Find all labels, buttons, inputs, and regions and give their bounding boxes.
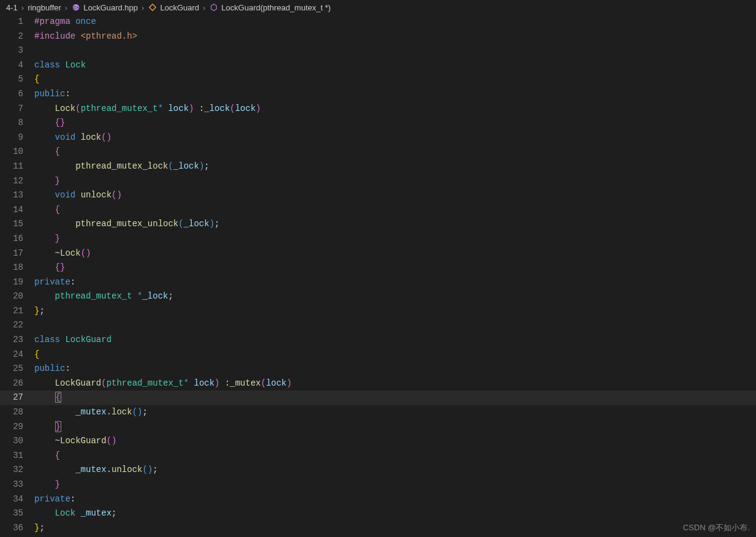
breadcrumb-item-file[interactable]: C+ LockGuard.hpp	[71, 2, 138, 12]
code-line[interactable]: 21};	[0, 304, 756, 319]
code-line[interactable]: 29 }	[0, 420, 756, 435]
line-number: 22	[0, 318, 34, 333]
code-line[interactable]: 31 {	[0, 449, 756, 463]
code-content[interactable]: #pragma once	[34, 15, 756, 29]
code-line[interactable]: 35 Lock _mutex;	[0, 506, 756, 521]
code-line[interactable]: 26 LockGuard(pthread_mutex_t* lock) :_mu…	[0, 376, 756, 391]
code-content[interactable]: {	[34, 203, 756, 218]
breadcrumb-item-class[interactable]: LockGuard	[148, 2, 199, 12]
code-line[interactable]: 20 pthread_mutex_t *_lock;	[0, 289, 756, 304]
breadcrumb[interactable]: 4-1 › ringbuffer › C+ LockGuard.hpp › Lo…	[0, 0, 756, 15]
code-line[interactable]: 7 Lock(pthread_mutex_t* lock) :_lock(loc…	[0, 102, 756, 116]
breadcrumb-item-method[interactable]: LockGuard(pthread_mutex_t *)	[209, 2, 330, 12]
code-line[interactable]: 22	[0, 318, 756, 333]
code-content[interactable]: public:	[34, 362, 756, 376]
code-line[interactable]: 28 _mutex.lock();	[0, 405, 756, 420]
code-content[interactable]: Lock(pthread_mutex_t* lock) :_lock(lock)	[34, 102, 756, 116]
code-content[interactable]: };	[34, 304, 756, 319]
line-number: 9	[0, 131, 34, 145]
line-number: 33	[0, 478, 34, 492]
code-line[interactable]: 1#pragma once	[0, 15, 756, 29]
code-line[interactable]: 17 ~Lock()	[0, 246, 756, 261]
code-content[interactable]: }	[34, 420, 756, 435]
code-line[interactable]: 4class Lock	[0, 58, 756, 73]
code-content[interactable]: ~Lock()	[34, 246, 756, 261]
breadcrumb-item-folder[interactable]: ringbuffer	[28, 3, 61, 12]
code-content[interactable]: _mutex.lock();	[34, 405, 756, 420]
code-content[interactable]: _mutex.unlock();	[34, 463, 756, 478]
code-line[interactable]: 15 pthread_mutex_unlock(_lock);	[0, 217, 756, 232]
line-number: 34	[0, 492, 34, 507]
code-content[interactable]: }	[34, 174, 756, 189]
code-content[interactable]: pthread_mutex_unlock(_lock);	[34, 217, 756, 232]
code-line[interactable]: 34private:	[0, 492, 756, 507]
line-number: 27	[0, 390, 34, 405]
code-line[interactable]: 2#include <pthread.h>	[0, 29, 756, 44]
code-content[interactable]: Lock _mutex;	[34, 506, 756, 521]
line-number: 5	[0, 72, 34, 87]
breadcrumb-item-folder[interactable]: 4-1	[6, 3, 18, 12]
code-line[interactable]: 13 void unlock()	[0, 188, 756, 203]
code-line[interactable]: 25public:	[0, 362, 756, 376]
code-line[interactable]: 16 }	[0, 232, 756, 246]
code-line[interactable]: 14 {	[0, 203, 756, 218]
line-number: 6	[0, 87, 34, 102]
code-content[interactable]: {}	[34, 261, 756, 275]
code-line[interactable]: 36};	[0, 521, 756, 536]
code-content[interactable]: }	[34, 478, 756, 492]
code-line[interactable]: 27 {	[0, 390, 756, 405]
code-content[interactable]: {	[34, 390, 756, 405]
line-number: 25	[0, 362, 34, 376]
line-number: 26	[0, 376, 34, 391]
code-line[interactable]: 6public:	[0, 87, 756, 102]
code-content[interactable]: void lock()	[34, 131, 756, 145]
code-line[interactable]: 19private:	[0, 275, 756, 290]
line-number: 36	[0, 521, 34, 536]
code-line[interactable]: 9 void lock()	[0, 131, 756, 145]
code-content[interactable]: ~LockGuard()	[34, 434, 756, 449]
code-content[interactable]: class LockGuard	[34, 333, 756, 348]
code-content[interactable]: void unlock()	[34, 188, 756, 203]
code-line[interactable]: 24{	[0, 348, 756, 362]
code-line[interactable]: 8 {}	[0, 116, 756, 131]
code-content[interactable]: pthread_mutex_t *_lock;	[34, 289, 756, 304]
code-line[interactable]: 5{	[0, 72, 756, 87]
code-content[interactable]: {	[34, 72, 756, 87]
line-number: 10	[0, 145, 34, 159]
chevron-right-icon: ›	[142, 3, 144, 12]
code-editor[interactable]: 1#pragma once2#include <pthread.h>34clas…	[0, 15, 756, 536]
code-content[interactable]: {	[34, 348, 756, 362]
cpp-file-icon: C+	[71, 2, 81, 12]
code-content[interactable]: {}	[34, 116, 756, 131]
code-content[interactable]: private:	[34, 492, 756, 507]
code-line[interactable]: 33 }	[0, 478, 756, 492]
code-line[interactable]: 10 {	[0, 145, 756, 159]
code-content[interactable]: LockGuard(pthread_mutex_t* lock) :_mutex…	[34, 376, 756, 391]
line-number: 7	[0, 102, 34, 116]
line-number: 17	[0, 246, 34, 261]
code-content[interactable]: private:	[34, 275, 756, 290]
code-content[interactable]: };	[34, 521, 756, 536]
code-line[interactable]: 3	[0, 44, 756, 58]
code-line[interactable]: 18 {}	[0, 261, 756, 275]
line-number: 18	[0, 261, 34, 275]
code-content[interactable]: public:	[34, 87, 756, 102]
line-number: 35	[0, 506, 34, 521]
code-line[interactable]: 23class LockGuard	[0, 333, 756, 348]
code-content[interactable]: }	[34, 232, 756, 246]
line-number: 20	[0, 289, 34, 304]
code-content[interactable]: #include <pthread.h>	[34, 29, 756, 44]
code-line[interactable]: 32 _mutex.unlock();	[0, 463, 756, 478]
code-line[interactable]: 11 pthread_mutex_lock(_lock);	[0, 159, 756, 174]
code-line[interactable]: 12 }	[0, 174, 756, 189]
code-content[interactable]: class Lock	[34, 58, 756, 73]
code-content[interactable]: {	[34, 145, 756, 159]
code-line[interactable]: 30 ~LockGuard()	[0, 434, 756, 449]
watermark: CSDN @不如小布.	[683, 522, 750, 533]
line-number: 24	[0, 348, 34, 362]
code-content[interactable]: {	[34, 449, 756, 463]
code-content[interactable]: pthread_mutex_lock(_lock);	[34, 159, 756, 174]
line-number: 12	[0, 174, 34, 189]
line-number: 28	[0, 405, 34, 420]
line-number: 15	[0, 217, 34, 232]
